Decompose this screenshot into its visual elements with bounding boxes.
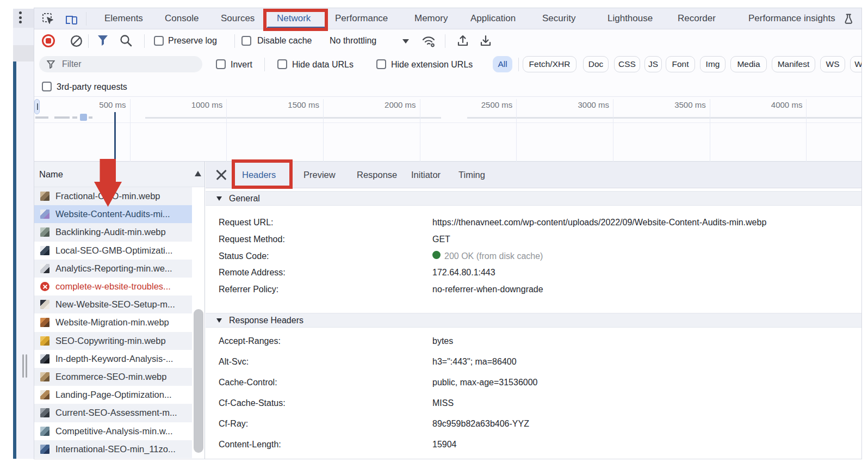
close-details-icon[interactable] [215, 169, 227, 181]
tab-lighthouse[interactable]: Lighthouse [607, 8, 653, 29]
chips-separator [518, 58, 519, 71]
tab-performance-insights[interactable]: Performance insights [748, 8, 835, 29]
chip-manifest[interactable]: Manifest [772, 56, 815, 72]
chip-css[interactable]: CSS [614, 56, 640, 72]
request-row[interactable]: Website-Migration-min.webp [34, 313, 192, 331]
request-row[interactable]: Local-SEO-GMB-Optimizati... [34, 242, 192, 260]
inspect-element-icon[interactable] [42, 13, 55, 26]
timeline-gridline [516, 99, 517, 162]
flask-icon [842, 13, 854, 25]
import-har-icon[interactable] [456, 34, 469, 47]
export-har-icon[interactable] [479, 34, 492, 47]
annotation-box-headers-tab [232, 159, 293, 189]
request-row[interactable]: SEO-Copywriting-min.webp [34, 332, 192, 350]
filter-input[interactable]: Filter [39, 56, 202, 72]
toolbar-separator [88, 34, 89, 48]
disable-cache-checkbox[interactable] [241, 36, 251, 46]
chip-doc[interactable]: Doc [583, 56, 609, 72]
throttling-select[interactable]: No throttling [330, 29, 376, 52]
page-block-top [13, 9, 34, 28]
chip-font[interactable]: Font [666, 56, 695, 72]
request-row[interactable]: New-Website-SEO-Setup-m... [34, 295, 192, 313]
tab-security[interactable]: Security [542, 8, 575, 29]
filterbar-separator [264, 58, 265, 71]
image-thumbnail-icon [40, 300, 49, 309]
resize-grip-icon[interactable] [26, 354, 27, 378]
image-thumbnail-icon [40, 192, 49, 201]
devtools-tab-bar: ElementsConsoleSourcesNetworkPerformance… [34, 8, 861, 29]
overview-drag-handle[interactable] [34, 99, 40, 114]
clear-network-log-icon[interactable] [70, 35, 83, 47]
tab-performance[interactable]: Performance [335, 8, 388, 29]
header-value: https://thenavneet.com/wp-content/upload… [432, 218, 766, 227]
request-name: New-Website-SEO-Setup-m... [55, 295, 175, 313]
request-row[interactable]: Landing-Page-Optimization... [34, 386, 192, 404]
invert-checkbox[interactable] [216, 59, 226, 69]
third-party-requests-label: 3rd-party requests [57, 77, 127, 97]
details-tab-response[interactable]: Response [357, 162, 397, 188]
tab-application[interactable]: Application [470, 8, 516, 29]
error-icon [40, 282, 49, 291]
resize-grip-icon[interactable] [22, 354, 24, 378]
preserve-log-label: Preserve log [168, 29, 217, 52]
image-thumbnail-icon [40, 372, 49, 381]
preserve-log-checkbox[interactable] [154, 36, 164, 46]
general-section-header[interactable]: General [206, 191, 862, 206]
header-value: 89c959b82a63b406-YYZ [432, 420, 529, 428]
chip-all[interactable]: All [493, 56, 512, 72]
request-row[interactable]: Current-SEO-Assessment-m... [34, 404, 192, 422]
chip-fetch-xhr[interactable]: Fetch/XHR [523, 56, 576, 72]
overview-request-dash [72, 116, 77, 119]
network-conditions-icon[interactable] [421, 35, 438, 48]
hide-extension-urls-checkbox[interactable] [376, 59, 386, 69]
chip-ws[interactable]: WS [820, 56, 845, 72]
tab-memory[interactable]: Memory [414, 8, 448, 29]
chip-wasm[interactable]: Wasm [850, 56, 861, 72]
kebab-menu-icon[interactable] [19, 21, 22, 23]
details-tab-bar: HeadersPreviewResponseInitiatorTiming [206, 162, 862, 188]
request-row[interactable]: Ecommerce-SEO-min.webp [34, 368, 192, 386]
kebab-menu-icon[interactable] [19, 16, 22, 19]
tab-recorder[interactable]: Recorder [678, 8, 716, 29]
request-row[interactable]: Competitive-Analysis-min.w... [34, 422, 192, 440]
hide-data-urls-checkbox[interactable] [277, 59, 287, 69]
timeline-gridline [420, 99, 420, 162]
overview-activity-line [145, 117, 862, 119]
tab-console[interactable]: Console [165, 8, 199, 29]
details-tab-initiator[interactable]: Initiator [411, 162, 441, 188]
header-key: Alt-Svc: [219, 358, 249, 366]
request-row[interactable]: Analytics-Reporting-min.we... [34, 260, 192, 278]
tab-elements[interactable]: Elements [104, 8, 143, 29]
search-icon[interactable] [120, 34, 132, 47]
third-party-requests-checkbox[interactable] [42, 82, 52, 91]
hide-data-urls-label: Hide data URLs [292, 52, 354, 77]
tab-sources[interactable]: Sources [221, 8, 255, 29]
disable-cache-label: Disable cache [257, 29, 312, 52]
kebab-menu-icon[interactable] [19, 11, 22, 14]
chip-media[interactable]: Media [730, 56, 767, 72]
request-row[interactable]: complete-w-ebsite-troubles... [34, 278, 192, 295]
details-tab-preview[interactable]: Preview [303, 162, 336, 188]
request-name: In-depth-Keyword-Analysis-... [55, 350, 173, 368]
timeline-gridline [226, 99, 227, 162]
header-value: h3=":443"; ma=86400 [432, 358, 517, 366]
image-thumbnail-icon [40, 354, 49, 364]
details-tab-timing[interactable]: Timing [458, 162, 485, 188]
image-thumbnail-icon [40, 210, 49, 219]
request-row[interactable]: In-depth-Keyword-Analysis-... [34, 350, 192, 368]
record-network-log-button[interactable] [42, 34, 55, 47]
timeline-tick-label: 1500 ms [288, 100, 323, 109]
throttling-caret-icon[interactable] [402, 39, 409, 44]
chip-img[interactable]: Img [700, 56, 726, 72]
request-name: Current-SEO-Assessment-m... [55, 404, 177, 422]
response-headers-section-header[interactable]: Response Headers [206, 313, 862, 328]
request-row[interactable]: International-SEO-min_11zo... [34, 440, 192, 458]
device-toolbar-icon[interactable] [64, 13, 78, 26]
network-overview-timeline[interactable]: 500 ms1000 ms1500 ms2000 ms2500 ms3000 m… [34, 97, 861, 162]
requests-list-scrollbar[interactable] [194, 309, 203, 453]
request-row[interactable]: Backlinking-Audit-min.webp [34, 223, 192, 241]
header-value: public, max-age=31536000 [432, 378, 537, 387]
chip-js[interactable]: JS [644, 56, 662, 72]
filter-icon[interactable] [97, 35, 108, 46]
image-thumbnail-icon [40, 227, 49, 237]
